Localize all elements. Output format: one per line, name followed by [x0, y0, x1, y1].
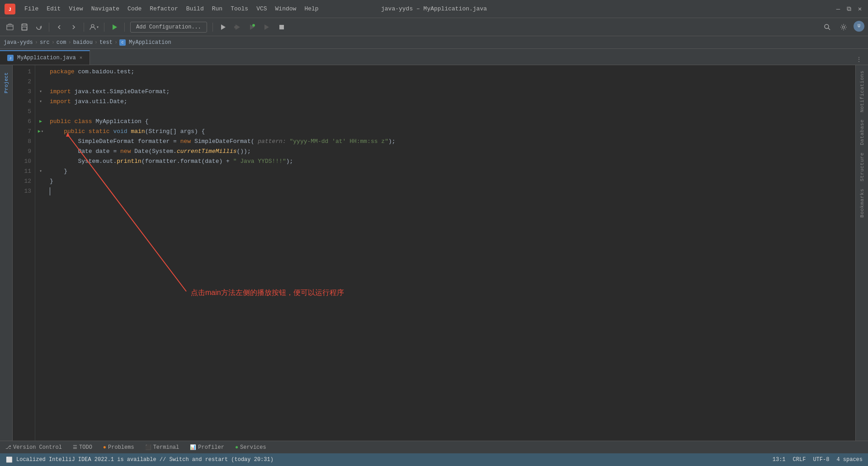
menu-navigate[interactable]: Navigate	[88, 4, 123, 14]
status-right: 13:1 CRLF UTF-8 4 spaces	[773, 456, 863, 463]
maximize-button[interactable]: ⧉	[845, 5, 853, 13]
code-editor[interactable]: package com.baidou.test; import java.tex…	[46, 65, 855, 441]
gutter-3: ▾	[35, 87, 46, 97]
code-line-1: package com.baidou.test;	[50, 67, 855, 77]
fold-icon-3[interactable]: ▾	[39, 87, 42, 97]
menu-build[interactable]: Build	[183, 4, 208, 14]
search-button[interactable]	[821, 21, 834, 33]
gutter-8	[35, 137, 46, 147]
back-button[interactable]	[53, 21, 66, 33]
version-control-tab[interactable]: ⎇ Version Control	[4, 441, 64, 454]
bookmarks-panel[interactable]: Bookmarks	[858, 185, 867, 221]
close-button[interactable]: ✕	[856, 5, 863, 13]
menu-file[interactable]: File	[21, 4, 42, 14]
menu-help[interactable]: Help	[301, 4, 322, 14]
indent-setting[interactable]: 4 spaces	[836, 456, 863, 463]
gutter-4: ▾	[35, 97, 46, 107]
line-num-4: 4	[13, 97, 31, 107]
notifications-panel[interactable]: Notifications	[858, 67, 867, 116]
code-line-12: }	[50, 176, 855, 186]
annotation-text: 点击main方法左侧的播放按钮，便可以运行程序	[191, 289, 344, 296]
settings-button[interactable]	[837, 21, 850, 33]
gutter-10	[35, 157, 46, 166]
menu-window[interactable]: Window	[272, 4, 300, 14]
code-line-10: System.out.println(formatter.format(date…	[50, 157, 855, 166]
menu-refactor[interactable]: Refactor	[146, 4, 181, 14]
menu-edit[interactable]: Edit	[43, 4, 64, 14]
forward-button[interactable]	[67, 21, 80, 33]
menu-code[interactable]: Code	[124, 4, 145, 14]
todo-tab[interactable]: ☰ TODO	[71, 441, 94, 454]
titlebar: J File Edit View Navigate Code Refactor …	[0, 0, 868, 18]
code-line-11: }	[50, 166, 855, 176]
open-button[interactable]	[4, 21, 16, 33]
breadcrumb-class[interactable]: MyApplication	[129, 39, 171, 46]
fold-icon-11[interactable]: ▾	[39, 166, 42, 176]
gutter-6: ▶	[35, 117, 46, 127]
line-num-2: 2	[13, 77, 31, 87]
version-control-label: Version Control	[13, 444, 62, 451]
user-button[interactable]: ▾	[88, 21, 100, 33]
add-configuration-button[interactable]: Add Configuration...	[130, 22, 207, 33]
database-panel[interactable]: Database	[858, 116, 867, 149]
gutter: ▾ ▾ ▶ ▶ ▾ ▾	[35, 65, 46, 441]
fold-icon-7[interactable]: ▾	[41, 127, 43, 137]
run-play-button[interactable]	[217, 21, 229, 33]
encoding[interactable]: UTF-8	[813, 456, 829, 463]
stop-button[interactable]	[275, 21, 288, 33]
breadcrumb: java-yyds › src › com › baidou › test › …	[0, 36, 868, 49]
tab-java-icon: J	[7, 55, 14, 61]
profiler-tab[interactable]: 📊 Profiler	[188, 441, 226, 454]
svg-rect-14	[279, 25, 284, 29]
tab-menu-button[interactable]: ⋮	[854, 54, 864, 65]
terminal-tab[interactable]: ⬛ Terminal	[143, 441, 181, 454]
editor-container: ✓ ✓1 ∧ ∨ 1 2 3 4 5 6 7 8 9 10 11 12 13	[13, 65, 855, 441]
services-tab[interactable]: ● Services	[233, 441, 268, 454]
sync-button[interactable]	[33, 21, 45, 33]
run-icon-7[interactable]: ▶	[38, 127, 41, 137]
left-sidebar: Project	[0, 65, 13, 441]
line-numbers: 1 2 3 4 5 6 7 8 9 10 11 12 13	[13, 65, 35, 441]
run-profile-button[interactable]	[260, 21, 273, 33]
breadcrumb-com[interactable]: com	[57, 39, 66, 46]
save-button[interactable]	[18, 21, 31, 33]
menu-vcs[interactable]: VCS	[253, 4, 270, 14]
structure-panel[interactable]: Structure	[858, 149, 867, 185]
fold-icon-4[interactable]: ▾	[39, 97, 42, 107]
right-panel: Notifications Database Structure Bookmar…	[855, 65, 868, 441]
breadcrumb-project[interactable]: java-yyds	[4, 39, 33, 46]
minimize-button[interactable]: —	[835, 5, 842, 13]
breadcrumb-test[interactable]: test	[99, 39, 113, 46]
svg-marker-13	[264, 24, 269, 30]
menu-tools[interactable]: Tools	[227, 4, 252, 14]
gutter-11: ▾	[35, 166, 46, 176]
line-ending[interactable]: CRLF	[793, 456, 806, 463]
run-debug-button[interactable]	[231, 21, 244, 33]
breadcrumb-baidou[interactable]: baidou	[73, 39, 93, 46]
run-marker[interactable]	[108, 21, 121, 33]
svg-rect-2	[7, 25, 13, 30]
todo-label: TODO	[79, 444, 92, 451]
line-num-1: 1	[13, 67, 31, 77]
class-icon: C	[119, 39, 126, 46]
code-line-6: public class MyApplication {	[50, 117, 855, 127]
problems-icon: ●	[103, 444, 106, 451]
line-num-13: 13	[13, 186, 31, 196]
tab-close-button[interactable]: ×	[80, 55, 83, 61]
breadcrumb-src[interactable]: src	[40, 39, 50, 46]
gutter-7: ▶ ▾	[35, 127, 46, 137]
problems-tab[interactable]: ● Problems	[101, 441, 136, 454]
run-coverage-button[interactable]	[245, 21, 258, 33]
cursor-position[interactable]: 13:1	[773, 456, 786, 463]
cursor	[50, 187, 50, 195]
svg-point-10	[234, 26, 237, 29]
project-panel-label[interactable]: Project	[2, 69, 11, 97]
code-line-5	[50, 107, 855, 117]
gutter-1	[35, 67, 46, 77]
menu-view[interactable]: View	[65, 4, 86, 14]
run-icon-6[interactable]: ▶	[39, 117, 42, 127]
editor-tab-myapplication[interactable]: J MyApplication.java ×	[0, 50, 90, 65]
window-title: java-yyds – MyApplication.java	[381, 5, 487, 12]
menu-run[interactable]: Run	[208, 4, 226, 14]
avatar-button[interactable]: U	[854, 21, 864, 32]
